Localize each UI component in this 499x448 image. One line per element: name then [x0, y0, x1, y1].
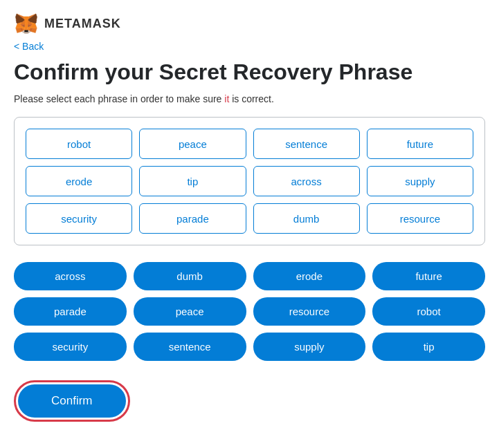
word-button[interactable]: resource	[253, 297, 366, 326]
phrase-slot[interactable]: parade	[139, 203, 246, 234]
word-button[interactable]: peace	[134, 297, 246, 326]
word-button[interactable]: across	[14, 262, 127, 290]
word-button[interactable]: sentence	[134, 333, 246, 361]
subtitle-after: is correct.	[229, 93, 274, 104]
word-button[interactable]: erode	[253, 262, 366, 290]
logo-text: METAMASK	[44, 17, 121, 31]
phrase-slot[interactable]: security	[26, 203, 132, 234]
confirm-button-wrapper: Confirm	[14, 380, 130, 422]
word-button[interactable]: future	[372, 262, 485, 290]
phrase-slot[interactable]: sentence	[253, 129, 360, 159]
word-button[interactable]: tip	[372, 333, 485, 361]
phrase-slot[interactable]: future	[367, 129, 473, 159]
phrase-slot[interactable]: supply	[367, 166, 473, 196]
word-button[interactable]: supply	[253, 333, 366, 361]
metamask-logo-icon	[14, 11, 39, 36]
phrase-slot[interactable]: across	[253, 166, 360, 196]
phrase-slot[interactable]: peace	[139, 129, 246, 159]
phrase-slot[interactable]: robot	[26, 129, 132, 159]
phrase-grid: robotpeacesentencefutureerodetipacrosssu…	[26, 129, 473, 234]
back-link[interactable]: < Back	[14, 41, 44, 52]
phrase-grid-container: robotpeacesentencefutureerodetipacrosssu…	[14, 117, 485, 245]
header: METAMASK	[14, 11, 485, 36]
word-button[interactable]: security	[14, 333, 127, 361]
word-button[interactable]: dumb	[134, 262, 246, 290]
word-button[interactable]: parade	[14, 297, 127, 326]
page-title: Confirm your Secret Recovery Phrase	[14, 59, 485, 85]
svg-marker-23	[25, 30, 28, 32]
phrase-slot[interactable]: erode	[26, 166, 132, 196]
phrase-slot[interactable]: tip	[139, 166, 246, 196]
confirm-button[interactable]: Confirm	[18, 384, 126, 418]
subtitle: Please select each phrase in order to ma…	[14, 93, 485, 104]
phrase-slot[interactable]: resource	[367, 203, 473, 234]
word-buttons-grid: acrossdumberodefutureparadepeaceresource…	[14, 262, 485, 361]
word-button[interactable]: robot	[372, 297, 485, 326]
logo: METAMASK	[14, 11, 121, 36]
phrase-slot[interactable]: dumb	[253, 203, 360, 234]
subtitle-before: Please select each phrase in order to ma…	[14, 93, 224, 104]
